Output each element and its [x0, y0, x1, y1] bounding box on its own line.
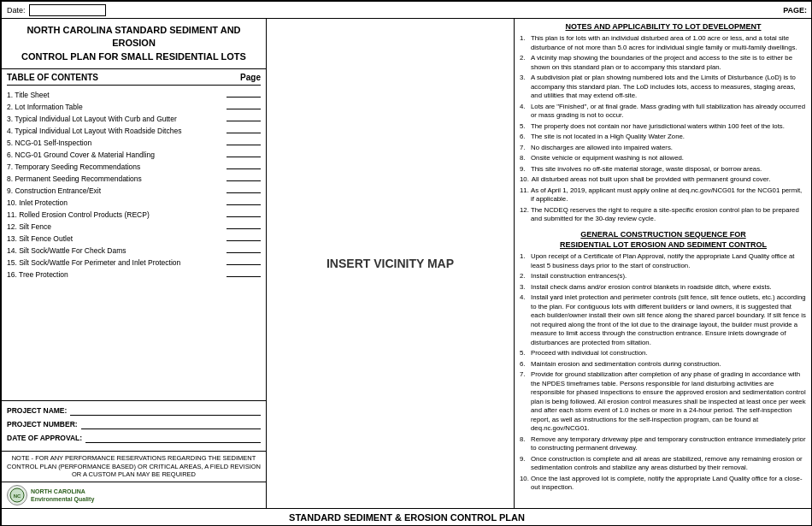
notes-title: NOTES AND APPLICABILITY TO LOT DEVELOPME…	[520, 22, 807, 31]
construction-item-text: Remove any temporary driveway pipe and t…	[531, 435, 807, 453]
toc-item: 3. Typical Individual Lot Layout With Cu…	[7, 113, 261, 125]
toc-item: 15. Silt Sock/Wattle For Perimeter and I…	[7, 257, 261, 269]
toc-item-text: 4. Typical Individual Lot Layout With Ro…	[7, 127, 227, 136]
toc-page-line	[227, 276, 261, 277]
construction-item-num: 6.	[520, 360, 528, 369]
construction-item: 1.Upon receipt of a Certificate of Plan …	[520, 252, 807, 270]
toc-item-text: 5. NCG-01 Self-Inspection	[7, 139, 227, 148]
construction-item-text: Proceed with individual lot construction…	[531, 349, 648, 358]
notes-list: 1.This plan is for lots with an individu…	[520, 34, 807, 224]
construction-item: 9.Once construction is complete and all …	[520, 455, 807, 473]
toc-item-text: 8. Permanent Seeding Recommendations	[7, 174, 227, 184]
toc-item-text: 13. Silt Fence Outlet	[7, 234, 227, 244]
project-number-input[interactable]	[81, 419, 261, 429]
construction-item-text: Upon receipt of a Certificate of Plan Ap…	[531, 252, 807, 270]
toc-page-line	[227, 109, 261, 109]
top-bar: Date: PAGE:	[2, 2, 812, 19]
notes-item: 3.A subdivision plat or plan showing num…	[520, 74, 807, 101]
toc-page-line	[227, 145, 261, 145]
toc-page-line	[227, 216, 261, 217]
construction-item-num: 1.	[520, 252, 528, 270]
construction-list: 1.Upon receipt of a Certificate of Plan …	[520, 252, 807, 493]
bottom-title-text: STANDARD SEDIMENT & EROSION CONTROL PLAN	[289, 512, 525, 523]
toc-page-line	[227, 204, 261, 205]
toc-list: 1. Title Sheet2. Lot Information Table3.…	[7, 89, 261, 281]
construction-item: 3.Install check dams and/or erosion cont…	[520, 283, 807, 293]
notes-item-text: A subdivision plat or plan showing numbe…	[531, 74, 807, 101]
nc-logo-text: NORTH CAROLINA Environmental Quality	[31, 488, 94, 503]
toc-item: 14. Silt Sock/Wattle For Check Dams	[7, 245, 261, 257]
construction-title: GENERAL CONSTRUCTION SEQUENCE FOR RESIDE…	[520, 229, 807, 250]
construction-item-num: 10.	[520, 475, 528, 493]
toc-item: 2. Lot Information Table	[7, 101, 261, 113]
notes-item-text: This plan is for lots with an individual…	[531, 34, 807, 52]
notes-item-text: No discharges are allowed into impaired …	[531, 144, 673, 153]
notes-item: 4.Lots are "Finished", or at final grade…	[520, 103, 807, 121]
toc-item-text: 11. Rolled Erosion Control Products (REC…	[7, 210, 227, 220]
toc-section: TABLE OF CONTENTS Page 1. Title Sheet2. …	[2, 69, 266, 400]
toc-item-text: 3. Typical Individual Lot Layout With Cu…	[7, 115, 227, 124]
toc-item: 11. Rolled Erosion Control Products (REC…	[7, 210, 261, 222]
notes-item: 5.The property does not contain nor have…	[520, 122, 807, 132]
toc-item: 12. Silt Fence	[7, 222, 261, 233]
toc-item-text: 10. Inlet Protection	[7, 198, 227, 208]
middle-column: INSERT VICINITY MAP	[267, 19, 515, 508]
toc-page-line	[227, 97, 261, 98]
notes-item-text: Onsite vehicle or equipment washing is n…	[531, 154, 684, 163]
date-field: Date:	[7, 4, 106, 16]
project-name-input[interactable]	[70, 405, 261, 416]
toc-item: 6. NCG-01 Ground Cover & Material Handli…	[7, 149, 261, 161]
construction-item: 5.Proceed with individual lot constructi…	[520, 349, 807, 358]
toc-item: 8. Permanent Seeding Recommendations	[7, 174, 261, 186]
page-label: PAGE:	[783, 6, 807, 15]
project-number-field: PROJECT NUMBER:	[7, 419, 261, 429]
construction-item-text: Install yard inlet protection and perime…	[531, 293, 807, 347]
construction-item-num: 3.	[520, 283, 528, 293]
construction-item-text: Once construction is complete and all ar…	[531, 455, 807, 473]
toc-item-text: 16. Tree Protection	[7, 270, 227, 280]
toc-header: TABLE OF CONTENTS Page	[7, 73, 261, 86]
toc-page-line	[227, 228, 261, 229]
notes-item-num: 4.	[520, 103, 528, 121]
notes-item-num: 12.	[520, 206, 528, 224]
bottom-title-bar: STANDARD SEDIMENT & EROSION CONTROL PLAN	[2, 508, 812, 526]
project-info: PROJECT NAME: PROJECT NUMBER: DATE OF AP…	[2, 400, 266, 451]
date-label: Date:	[7, 6, 26, 15]
toc-item: 9. Construction Entrance/Exit	[7, 186, 261, 198]
toc-item: 16. Tree Protection	[7, 269, 261, 281]
date-approval-label: DATE OF APPROVAL:	[7, 434, 82, 442]
title-area: NORTH CAROLINA STANDARD SEDIMENT AND ERO…	[2, 19, 266, 69]
construction-item-text: Install construction entrances(s).	[531, 272, 627, 281]
page-wrapper: Date: PAGE: NORTH CAROLINA STANDARD SEDI…	[1, 1, 812, 526]
toc-page-line	[227, 168, 261, 169]
construction-item-text: Install check dams and/or erosion contro…	[531, 283, 772, 293]
construction-item-num: 4.	[520, 293, 528, 347]
toc-item-text: 7. Temporary Seeding Recommendations	[7, 163, 227, 172]
notes-item-text: The property does not contain nor have j…	[531, 122, 785, 132]
toc-item-text: 15. Silt Sock/Wattle For Perimeter and I…	[7, 258, 227, 268]
bottom-note: NOTE - FOR ANY PERFORMANCE RESERVATIONS …	[2, 451, 266, 482]
construction-item: 2.Install construction entrances(s).	[520, 272, 807, 281]
notes-item: 10.All disturbed areas not built upon sh…	[520, 175, 807, 185]
main-title: NORTH CAROLINA STANDARD SEDIMENT AND ERO…	[5, 24, 262, 63]
date-input-box[interactable]	[29, 4, 106, 16]
toc-item: 5. NCG-01 Self-Inspection	[7, 137, 261, 149]
toc-item-text: 1. Title Sheet	[7, 91, 227, 100]
toc-item-text: 12. Silt Fence	[7, 222, 227, 232]
toc-page-line	[227, 240, 261, 241]
toc-page-line	[227, 157, 261, 157]
left-column: NORTH CAROLINA STANDARD SEDIMENT AND ERO…	[2, 19, 267, 508]
notes-item: 8.Onsite vehicle or equipment washing is…	[520, 154, 807, 163]
toc-item: 1. Title Sheet	[7, 89, 261, 101]
date-approval-input[interactable]	[85, 433, 261, 443]
construction-item: 7.Provide for ground stabilization after…	[520, 370, 807, 434]
toc-page-line	[227, 133, 261, 133]
nc-logo-bar: NC NORTH CAROLINA Environmental Quality	[2, 482, 266, 508]
toc-item: 13. Silt Fence Outlet	[7, 233, 261, 245]
construction-item-text: Once the last approved lot is complete, …	[531, 475, 807, 493]
notes-item-text: All disturbed areas not built upon shall…	[532, 175, 771, 185]
construction-section: GENERAL CONSTRUCTION SEQUENCE FOR RESIDE…	[520, 229, 807, 493]
notes-item-text: The NCDEQ reserves the right to require …	[531, 206, 807, 224]
construction-item: 8.Remove any temporary driveway pipe and…	[520, 435, 807, 453]
right-column: NOTES AND APPLICABILITY TO LOT DEVELOPME…	[515, 19, 812, 508]
